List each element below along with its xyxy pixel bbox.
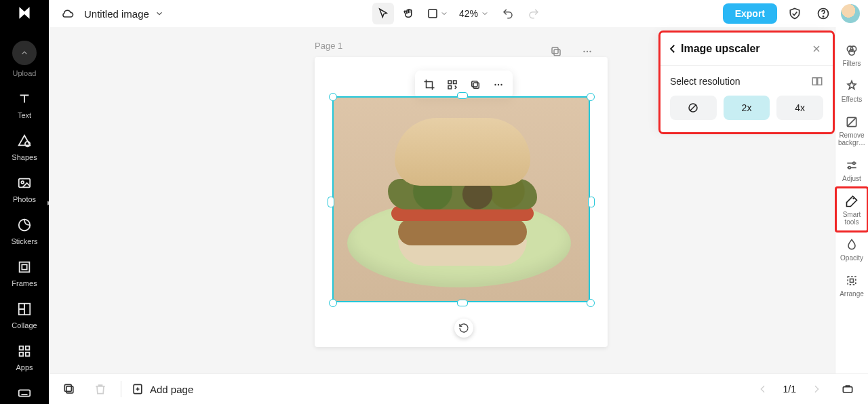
sidebar-item-text[interactable]: Text [0, 84, 49, 126]
resolution-2x[interactable]: 2x [724, 96, 770, 120]
rp-label: Effects [842, 96, 862, 103]
svg-rect-35 [850, 279, 854, 283]
svg-rect-10 [26, 352, 30, 357]
rotate-handle[interactable] [454, 319, 473, 338]
selection-handle-sw[interactable] [329, 299, 337, 307]
resolution-4x[interactable]: 4x [776, 96, 823, 120]
hand-tool[interactable] [398, 3, 420, 24]
svg-rect-15 [554, 49, 560, 56]
cloud-save-icon[interactable] [57, 3, 79, 24]
rp-arrange[interactable]: Arrange [836, 267, 867, 303]
more-button[interactable] [488, 75, 509, 95]
crop-button[interactable] [419, 75, 439, 95]
rp-adjust[interactable]: Adjust [836, 152, 867, 188]
shield-icon[interactable] [784, 3, 806, 24]
trash-icon[interactable] [90, 378, 111, 400]
svg-rect-9 [20, 352, 24, 357]
rp-effects[interactable]: Effects [836, 73, 867, 108]
sidebar-item-label: Frames [12, 279, 37, 287]
add-page-button[interactable]: Add page [131, 382, 193, 396]
sidebar-item-shapes[interactable]: Shapes [0, 126, 49, 168]
resolution-none[interactable] [670, 96, 717, 120]
sidebar-item-label: Shapes [12, 153, 37, 161]
zoom-dropdown[interactable]: 42% [455, 8, 493, 19]
canvas-size-dropdown[interactable] [424, 3, 451, 24]
svg-rect-7 [20, 346, 24, 350]
svg-rect-23 [473, 83, 479, 88]
bottom-bar: Add page 1/1 [49, 373, 868, 404]
sidebar-item-apps[interactable]: Apps [0, 336, 49, 378]
help-icon[interactable] [812, 3, 834, 24]
svg-point-32 [853, 162, 855, 164]
stickers-icon [16, 217, 33, 233]
selection-handle-n[interactable] [457, 92, 468, 99]
top-center-controls: 42% [372, 3, 545, 24]
export-button[interactable]: Export [723, 3, 777, 24]
rp-label: Filters [842, 60, 861, 67]
resolution-options: 2x 4x [670, 96, 823, 120]
rp-smart-tools[interactable]: Smart tools [836, 188, 867, 231]
sidebar-item-upload[interactable]: Upload [0, 34, 49, 84]
svg-rect-21 [454, 81, 457, 84]
selection-handle-w[interactable] [328, 197, 334, 207]
selection-handle-e[interactable] [588, 197, 595, 207]
left-sidebar: Upload Text Shapes Photos Stickers Frame… [0, 0, 49, 404]
rp-remove-bg[interactable]: Remove backgr… [836, 108, 867, 152]
panel-title: Image upscaler [681, 43, 760, 55]
cursor-tool[interactable] [372, 3, 394, 24]
svg-point-18 [587, 51, 588, 52]
next-page-button[interactable] [806, 378, 827, 400]
document-title-text: Untitled image [84, 8, 149, 20]
selection-handle-nw[interactable] [329, 93, 337, 101]
selection-handle-se[interactable] [587, 299, 595, 307]
svg-rect-5 [22, 264, 26, 269]
rp-filters[interactable]: Filters [836, 37, 867, 73]
keyboard-icon [16, 385, 33, 401]
app-logo[interactable] [15, 4, 34, 22]
rp-label: Adjust [842, 175, 861, 182]
layers-icon[interactable] [58, 378, 80, 400]
rp-label: Remove backgr… [837, 132, 867, 146]
sidebar-item-frames[interactable]: Frames [0, 252, 49, 294]
compare-icon[interactable] [811, 75, 823, 87]
collage-icon [16, 301, 33, 317]
top-bar: Untitled image 42% Export [49, 0, 868, 28]
svg-rect-20 [448, 81, 452, 84]
sidebar-item-stickers[interactable]: Stickers [0, 210, 49, 252]
page-label-text: Page 1 [315, 41, 342, 51]
rp-opacity[interactable]: Opacity [836, 231, 867, 267]
photos-icon [16, 175, 33, 191]
brand-kit-icon[interactable] [837, 378, 859, 400]
selection-handle-s[interactable] [457, 300, 468, 306]
rp-label: Arrange [840, 290, 864, 298]
undo-button[interactable] [497, 3, 519, 24]
svg-point-25 [494, 84, 496, 85]
rp-label: Smart tools [837, 211, 867, 226]
image-upscaler-panel: Image upscaler Select resolution 2x 4x [660, 33, 833, 132]
panel-back-button[interactable] [665, 41, 681, 57]
svg-point-3 [21, 181, 24, 184]
sidebar-item-collage[interactable]: Collage [0, 294, 49, 336]
svg-rect-40 [64, 384, 71, 391]
svg-point-27 [500, 84, 502, 85]
user-avatar[interactable] [841, 4, 860, 23]
document-title[interactable]: Untitled image [84, 8, 164, 20]
page-label: Page 1 [315, 41, 342, 51]
close-icon[interactable] [808, 41, 825, 57]
rp-label: Opacity [840, 254, 863, 262]
redo-button[interactable] [523, 3, 545, 24]
svg-rect-36 [812, 78, 816, 85]
sidebar-item-keyboard[interactable] [0, 378, 49, 404]
upload-icon [12, 41, 37, 65]
prev-page-button[interactable] [752, 378, 774, 400]
selected-image[interactable] [332, 96, 590, 302]
svg-rect-37 [818, 78, 822, 85]
selection-handle-ne[interactable] [587, 93, 595, 101]
sidebar-item-photos[interactable]: Photos [0, 168, 49, 210]
select-resolution-label: Select resolution [670, 76, 741, 87]
sidebar-item-label: Photos [13, 195, 36, 203]
sidebar-item-label: Collage [12, 321, 37, 329]
shapes-icon [16, 133, 33, 149]
copy-button[interactable] [465, 75, 486, 95]
svg-rect-11 [19, 390, 31, 396]
